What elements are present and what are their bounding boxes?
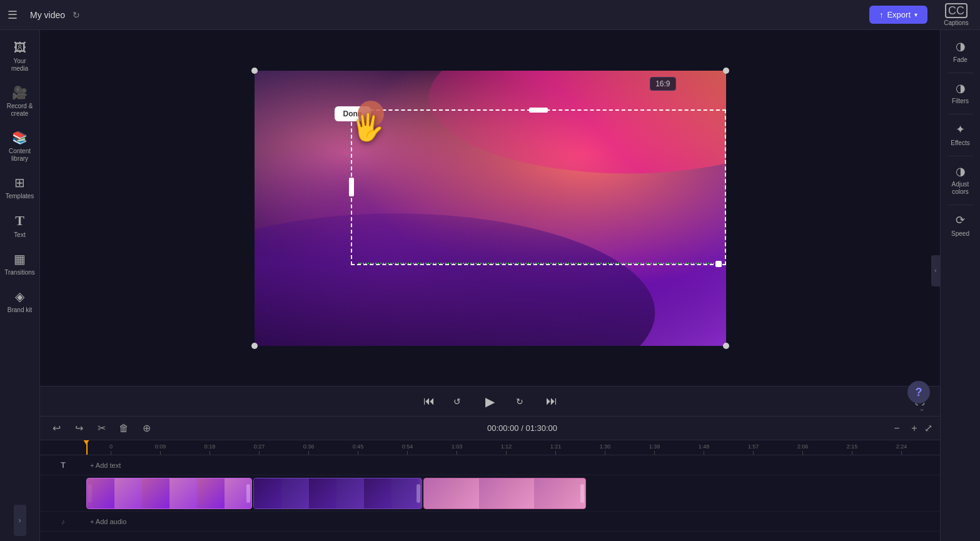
adjust-colors-label: Adjustcolors [952, 181, 969, 196]
project-title[interactable]: My video [30, 10, 65, 20]
record-create-icon: 🎥 [12, 85, 28, 100]
delete-button[interactable]: 🗑 [115, 420, 133, 437]
rewind-button[interactable]: ↺ [449, 392, 469, 412]
video-canvas: Done 🖐 16:9 [255, 71, 726, 346]
ruler-mark-148: 1:48 [679, 444, 729, 455]
ruler-mark-103: 1:03 [432, 444, 482, 455]
corner-handle-br[interactable] [723, 343, 729, 349]
right-panel-fade[interactable]: ◑ Fade [943, 35, 978, 69]
rewind-icon: ↺ [453, 396, 465, 407]
zoom-controls: − + ⤢ [889, 421, 932, 436]
refresh-icon[interactable]: ↻ [73, 10, 80, 20]
rp-divider-3 [948, 156, 973, 156]
clip-2-handle-right[interactable] [417, 484, 420, 503]
sidebar-item-transitions[interactable]: ▦ Transitions [3, 246, 38, 281]
add-to-timeline-button[interactable]: ⊕ [138, 420, 155, 437]
playhead[interactable] [86, 440, 88, 455]
right-panel-effects[interactable]: ✦ Effects [943, 118, 978, 152]
ruler-mark-215: 2:15 [827, 444, 877, 455]
skip-to-end-button[interactable]: ⏭ [542, 392, 562, 412]
zoom-in-button[interactable]: + [907, 421, 922, 436]
video-clip-3[interactable] [423, 478, 586, 509]
audio-track-icon: ♪ [61, 518, 65, 525]
sidebar-item-templates[interactable]: ⊞ Templates [3, 170, 38, 205]
workspace: Done 🖐 16:9 ⏮ ↺ ▶ ↻ [40, 30, 940, 541]
svg-text:↻: ↻ [516, 397, 523, 407]
clip-3-handle-right[interactable] [580, 484, 584, 503]
right-panel-speed[interactable]: ⟳ Speed [943, 209, 978, 243]
corner-handle-bl[interactable] [251, 343, 258, 349]
skip-to-start-button[interactable]: ⏮ [419, 392, 439, 412]
video-preview: Done 🖐 16:9 [40, 30, 940, 386]
sidebar-label-record-create: Record &create [7, 103, 33, 118]
speed-label: Speed [951, 230, 969, 238]
effects-icon: ✦ [956, 123, 965, 137]
zoom-out-button[interactable]: − [889, 421, 904, 436]
sidebar-label-templates: Templates [6, 193, 34, 200]
expand-timeline-button[interactable]: ⤢ [924, 422, 932, 434]
text-icon: T [15, 213, 24, 229]
redo-button[interactable]: ↪ [70, 420, 88, 437]
right-panel-adjust-colors[interactable]: ◑ Adjustcolors [943, 160, 978, 201]
speed-icon: ⟳ [956, 214, 965, 228]
text-track-row: T + Add text [40, 455, 940, 475]
sidebar-item-content-library[interactable]: 📚 Contentlibrary [3, 125, 38, 168]
forward-button[interactable]: ↻ [512, 392, 532, 412]
clip-1-handle-right[interactable] [246, 484, 250, 503]
clip-3-thumbnails [424, 478, 585, 508]
sidebar-label-brand-kit: Brand kit [8, 306, 32, 314]
video-track-content [86, 475, 940, 512]
video-frame [255, 71, 726, 346]
fade-icon: ◑ [956, 40, 966, 54]
sidebar-item-your-media[interactable]: 🖼 Your media [3, 35, 38, 78]
audio-track-label: ♪ [40, 518, 86, 525]
help-button[interactable]: ? [907, 381, 930, 403]
ruler-mark-054: 0:54 [383, 444, 432, 455]
rp-divider-4 [948, 205, 973, 205]
captions-button[interactable]: CC Captions [940, 3, 972, 26]
add-text-button[interactable]: + Add text [86, 460, 124, 470]
ruler-mark-112: 1:12 [482, 444, 531, 455]
cut-button[interactable]: ✂ [93, 420, 110, 437]
ruler-mark-036: 0:36 [284, 444, 333, 455]
undo-button[interactable]: ↩ [48, 420, 65, 437]
playback-controls: ⏮ ↺ ▶ ↻ ⏭ ⛶ [40, 386, 940, 416]
ruler-mark-018: 0:18 [185, 444, 235, 455]
clip-1-thumbnails [87, 478, 251, 508]
chevron-down-area[interactable]: ⌄ [919, 404, 925, 413]
sidebar-item-record-create[interactable]: 🎥 Record &create [3, 80, 38, 123]
export-button[interactable]: ↑ Export ▾ [869, 6, 927, 24]
sidebar-item-text[interactable]: T Text [3, 208, 38, 244]
export-chevron-icon: ▾ [914, 11, 917, 18]
main-area: 🖼 Your media 🎥 Record &create 📚 Contentl… [0, 30, 980, 541]
right-panel-collapse-button[interactable]: ‹ [931, 255, 940, 286]
filters-label: Filters [952, 98, 969, 105]
video-track-row [40, 475, 940, 512]
video-clip-1[interactable] [86, 478, 252, 509]
forward-icon: ↻ [516, 396, 527, 407]
done-button[interactable]: Done [335, 106, 371, 121]
ruler-mark-045: 0:45 [333, 444, 383, 455]
corner-handle-tr[interactable] [723, 68, 729, 74]
corner-handle-tl[interactable] [251, 68, 258, 74]
timeline-tracks: T + Add text [40, 455, 940, 541]
audio-track-row: ♪ + Add audio [40, 512, 940, 532]
ruler-mark-224: 2:24 [877, 444, 926, 455]
text-track-label: T [40, 460, 86, 470]
play-pause-button[interactable]: ▶ [479, 390, 502, 413]
audio-track-content: + Add audio [86, 512, 940, 531]
add-audio-button[interactable]: + Add audio [86, 517, 130, 527]
filters-icon: ◑ [956, 82, 966, 96]
sidebar-collapse-button[interactable]: › [14, 505, 26, 536]
ruler-mark-027: 0:27 [235, 444, 284, 455]
your-media-icon: 🖼 [14, 40, 26, 55]
menu-icon[interactable]: ☰ [8, 8, 18, 22]
content-library-icon: 📚 [12, 130, 28, 145]
right-panel: ◑ Fade ◑ Filters ✦ Effects ◑ Adjustcolor… [940, 30, 980, 541]
effects-label: Effects [951, 139, 969, 147]
text-track-content: + Add text [86, 455, 940, 475]
transitions-icon: ▦ [14, 251, 26, 266]
sidebar-item-brand-kit[interactable]: ◈ Brand kit [3, 284, 38, 319]
right-panel-filters[interactable]: ◑ Filters [943, 77, 978, 111]
video-clip-2[interactable] [253, 478, 422, 509]
